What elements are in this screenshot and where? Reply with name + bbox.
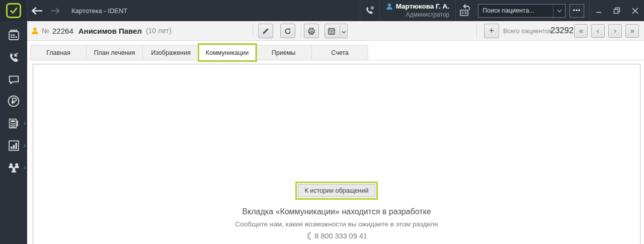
chevron-right-icon: ›	[24, 142, 26, 148]
minimize-icon	[596, 8, 602, 14]
window-title: Картотека - IDENT	[71, 7, 127, 15]
ruble-icon	[7, 94, 21, 108]
calendar-icon	[7, 28, 21, 42]
in-development-subtitle: Сообщите нам, какие возможности вы ожида…	[235, 220, 438, 228]
pencil-icon	[262, 27, 270, 35]
total-patients-value: 23292	[550, 26, 574, 35]
restore-icon	[613, 7, 620, 14]
tab-images[interactable]: Изображения	[143, 45, 199, 60]
support-phone-number: 8 800 333 09 41	[314, 232, 367, 240]
patient-ident: № 22264 Анисимов Павел (10 лет)	[31, 21, 172, 40]
support-phone: 8 800 333 09 41	[306, 232, 367, 240]
chat-icon	[7, 72, 21, 86]
chevron-right-icon: ›	[614, 26, 616, 35]
sidebar-nav: › › ›	[0, 21, 27, 179]
telephony-button[interactable]	[360, 0, 379, 21]
patient-search	[478, 4, 566, 18]
sidebar-item-payments[interactable]	[0, 90, 27, 112]
minimize-button[interactable]	[590, 0, 608, 21]
plus-icon: +	[489, 26, 495, 36]
restore-button[interactable]	[608, 0, 626, 21]
communications-tab-content: К истории обращений Вкладка «Коммуникаци…	[33, 64, 640, 244]
sidebar-item-patients[interactable]: ›	[0, 156, 27, 179]
double-chevron-left-icon: «	[579, 26, 583, 35]
tab-invoices[interactable]: Счета	[312, 45, 368, 60]
open-card-button[interactable]	[456, 0, 475, 21]
print-button[interactable]	[304, 24, 319, 38]
sidebar: › › ›	[0, 0, 27, 244]
forward-button[interactable]	[46, 0, 65, 21]
user-role: Администратор	[386, 11, 449, 19]
sidebar-item-cash-register[interactable]: ›	[0, 112, 27, 134]
calendar-icon	[328, 27, 336, 35]
first-patient-button[interactable]: «	[574, 24, 588, 38]
user-name: Мартюкова Г. А.	[396, 2, 449, 11]
appointments-calendar-button[interactable]	[325, 24, 348, 38]
patient-tabs: Главная План лечения Изображения Коммуни…	[30, 45, 368, 60]
total-patients-label: Всего пациентов	[503, 28, 552, 35]
tab-main[interactable]: Главная	[30, 45, 87, 60]
sidebar-item-calls[interactable]	[0, 46, 27, 68]
patient-name: Анисимов Павел	[78, 27, 142, 35]
patient-toolbar: № 22264 Анисимов Павел (10 лет)	[27, 21, 644, 41]
prev-patient-button[interactable]: ‹	[591, 24, 605, 38]
search-dropdown-button[interactable]	[553, 5, 565, 17]
patient-card-return-icon	[458, 4, 472, 18]
logo-cell	[0, 0, 27, 21]
close-icon	[632, 8, 638, 14]
printer-icon	[307, 27, 315, 35]
incoming-call-icon	[7, 50, 21, 64]
phone-settings-icon	[364, 5, 375, 16]
cash-register-icon	[7, 117, 21, 130]
arrow-left-icon	[31, 7, 43, 15]
bar-chart-icon	[7, 139, 21, 152]
phone-handset-icon	[306, 232, 311, 240]
last-patient-button[interactable]: »	[625, 24, 639, 38]
check-icon	[8, 5, 19, 16]
in-development-title: Вкладка «Коммуникации» находится в разра…	[242, 207, 431, 216]
more-options-button[interactable]: •••	[570, 4, 584, 18]
sidebar-item-reports[interactable]: ›	[0, 134, 27, 156]
refresh-button[interactable]	[280, 24, 295, 38]
chevron-left-icon: ‹	[597, 26, 599, 35]
user-icon	[386, 3, 393, 10]
edit-patient-button[interactable]	[258, 24, 273, 38]
close-button[interactable]	[626, 0, 644, 21]
patient-age: (10 лет)	[146, 27, 172, 35]
patient-icon	[31, 27, 39, 35]
search-input[interactable]	[478, 5, 553, 17]
refresh-icon	[284, 27, 292, 35]
arrow-right-icon	[51, 7, 61, 15]
tab-treatment-plan[interactable]: План лечения	[87, 45, 143, 60]
sidebar-item-messages[interactable]	[0, 68, 27, 90]
back-button[interactable]	[27, 0, 46, 21]
double-chevron-right-icon: »	[630, 26, 634, 35]
sidebar-item-schedule[interactable]	[0, 24, 27, 46]
number-sign: №	[42, 27, 49, 35]
tab-appointments[interactable]: Приемы	[256, 45, 312, 60]
add-patient-button[interactable]: +	[484, 24, 499, 38]
chevron-down-icon	[557, 9, 562, 13]
titlebar: Картотека - IDENT Мартюкова Г. А. Админи…	[27, 0, 644, 21]
patients-group-icon	[7, 160, 21, 175]
app-logo[interactable]	[6, 3, 21, 18]
next-patient-button[interactable]: ›	[608, 24, 622, 38]
chevron-down-icon	[342, 27, 346, 36]
chevron-right-icon: ›	[24, 120, 26, 126]
history-of-requests-button[interactable]: К истории обращений	[298, 184, 376, 197]
chevron-right-icon: ›	[24, 165, 26, 171]
patient-number: 22264	[52, 27, 73, 35]
tab-communications[interactable]: Коммуникации	[199, 45, 256, 60]
current-user[interactable]: Мартюкова Г. А. Администратор	[380, 0, 455, 21]
